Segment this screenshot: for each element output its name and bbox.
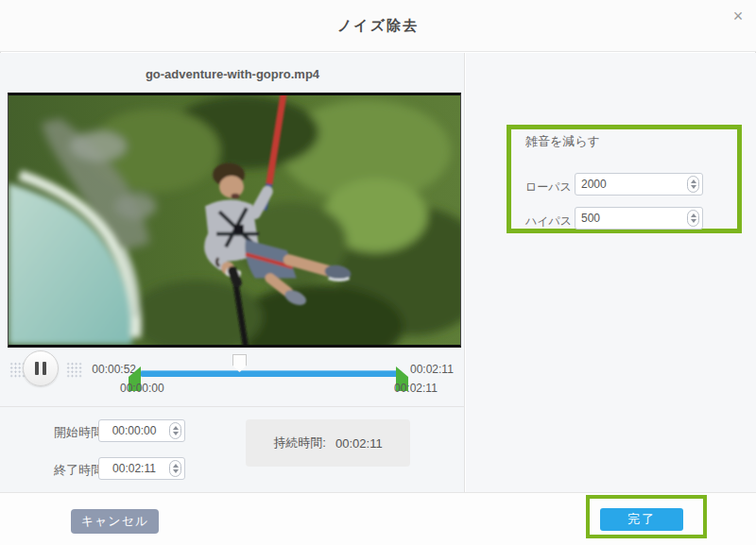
trim-end-time-label: 00:02:11 [394, 382, 438, 395]
spinner-down-icon[interactable] [691, 219, 696, 223]
start-time-input[interactable] [99, 424, 169, 437]
highpass-label: ハイパス [525, 213, 572, 230]
end-time-input[interactable] [99, 462, 169, 475]
video-still-gopro-swing [9, 95, 460, 345]
pause-button[interactable] [23, 350, 59, 386]
highpass-field [575, 207, 703, 230]
video-filename: go-adventure-with-gopro.mp4 [0, 67, 465, 81]
noise-removal-dialog: ノイズ除去 × go-adventure-with-gopro.mp4 [0, 0, 756, 545]
pause-icon [43, 362, 46, 375]
dialog-title: ノイズ除去 [0, 17, 756, 35]
video-preview[interactable] [8, 93, 461, 348]
pause-icon [35, 362, 39, 375]
spinner-up-icon[interactable] [691, 213, 696, 217]
noise-section-label: 雑音を減らす [525, 133, 600, 150]
close-icon[interactable]: × [728, 6, 748, 26]
divider [0, 406, 465, 407]
highpass-input[interactable] [576, 212, 687, 225]
spinner-up-icon[interactable] [173, 464, 179, 468]
lowpass-stepper[interactable] [687, 176, 699, 193]
lowpass-field [575, 173, 703, 196]
duration-label: 持続時間: [273, 434, 326, 451]
trim-start-time-label: 00:00:00 [120, 382, 164, 395]
spinner-down-icon[interactable] [173, 469, 179, 473]
current-time-label: 00:00:52 [89, 363, 136, 376]
cancel-button[interactable]: キャンセル [71, 509, 159, 534]
spinner-down-icon[interactable] [691, 185, 696, 189]
end-time-field [98, 457, 185, 480]
settings-panel [466, 53, 756, 492]
start-time-field [98, 419, 185, 442]
drag-grip-icon[interactable] [66, 362, 82, 378]
done-button[interactable]: 完了 [600, 508, 683, 531]
end-time-stepper[interactable] [169, 460, 181, 477]
duration-box: 持続時間: 00:02:11 [246, 419, 410, 467]
total-time-label: 00:02:11 [410, 363, 454, 376]
lowpass-input[interactable] [576, 178, 687, 191]
lowpass-label: ローパス [525, 179, 572, 196]
highpass-stepper[interactable] [687, 210, 699, 227]
spinner-up-icon[interactable] [691, 179, 696, 183]
timeline-track[interactable] [140, 370, 402, 377]
spinner-up-icon[interactable] [173, 426, 179, 430]
dialog-header: ノイズ除去 × [0, 0, 756, 52]
duration-value: 00:02:11 [335, 436, 383, 451]
spinner-down-icon[interactable] [173, 432, 179, 435]
start-time-stepper[interactable] [169, 422, 181, 439]
